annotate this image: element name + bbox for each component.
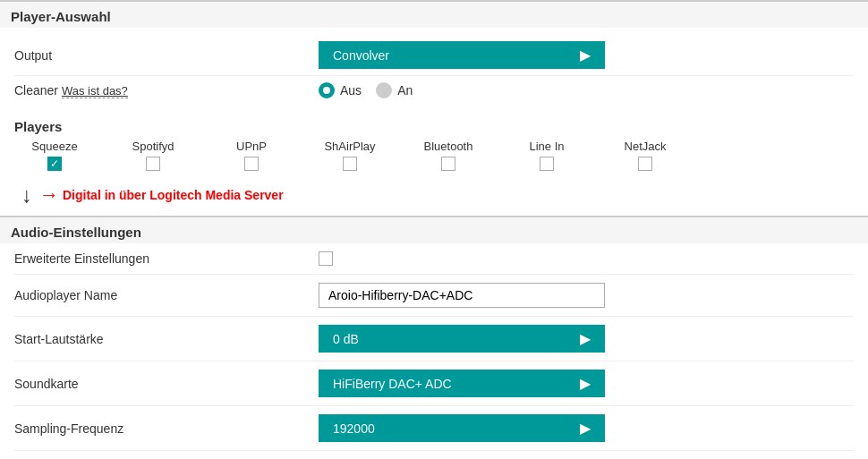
sampling-frequenz-arrow: ▶: [580, 420, 591, 437]
cleaner-aus-option[interactable]: Aus: [319, 82, 362, 98]
player-checkbox-upnp[interactable]: [244, 157, 259, 171]
sampling-frequenz-button[interactable]: 192000 ▶: [319, 414, 605, 442]
sampling-frequenz-value: 192000: [333, 421, 375, 436]
output-button[interactable]: Convolver ▶: [319, 41, 605, 69]
audioplayer-name-input[interactable]: [319, 283, 605, 308]
player-label-bluetooth: Bluetooth: [424, 140, 473, 153]
erweiterte-row: Erweiterte Einstellungen: [14, 243, 854, 275]
soundkarte-control: HiFiBerry DAC+ ADC ▶: [319, 370, 854, 397]
player-checkbox-linein[interactable]: [540, 157, 554, 171]
player-label-squeeze: Squeeze: [31, 140, 77, 153]
soundkarte-button[interactable]: HiFiBerry DAC+ ADC ▶: [319, 370, 605, 397]
cleaner-an-radio[interactable]: [376, 82, 392, 98]
cleaner-an-option[interactable]: An: [376, 82, 413, 98]
player-col-upnp: UPnP: [211, 140, 292, 171]
player-col-spotifyd: Spotifyd: [113, 140, 193, 171]
right-arrow-icon: →: [39, 183, 59, 207]
cleaner-link[interactable]: Was ist das?: [62, 84, 128, 98]
cleaner-control: Aus An: [319, 82, 854, 98]
player-checkbox-squeeze[interactable]: [47, 157, 62, 171]
player-col-linein: Line In: [506, 140, 587, 171]
output-arrow: ▶: [580, 47, 591, 64]
audioplayer-name-label: Audioplayer Name: [14, 288, 319, 302]
cleaner-label: Cleaner Was ist das?: [14, 83, 319, 98]
soundkarte-arrow: ▶: [580, 375, 591, 392]
annotation-row: ↓ → Digital in über Logitech Media Serve…: [0, 178, 868, 216]
player-label-netjack: NetJack: [625, 140, 667, 153]
annotation-text: Digital in über Logitech Media Server: [63, 188, 284, 202]
cleaner-aus-radio[interactable]: [319, 82, 335, 98]
erweiterte-label: Erweiterte Einstellungen: [14, 251, 319, 266]
output-row: Output Convolver ▶: [14, 35, 854, 76]
audioplayer-name-row: Audioplayer Name: [14, 275, 854, 317]
start-lautstarke-label: Start-Lautstärke: [14, 332, 319, 346]
cleaner-row: Cleaner Was ist das? Aus An: [14, 76, 854, 105]
output-control: Convolver ▶: [319, 41, 854, 69]
start-lautstarke-control: 0 dB ▶: [319, 325, 854, 353]
player-col-bluetooth: Bluetooth: [408, 140, 489, 171]
players-row: Squeeze Spotifyd UPnP ShAirPlay Bluetoot…: [0, 136, 868, 178]
player-checkbox-spotifyd[interactable]: [146, 157, 160, 171]
players-label: Players: [0, 112, 868, 136]
right-arrow-block: → Digital in über Logitech Media Server: [39, 183, 284, 207]
audio-settings-header: Audio-Einstellungen: [0, 216, 868, 243]
sampling-frequenz-row: Sampling-Frequenz 192000 ▶: [14, 406, 854, 451]
cleaner-an-label: An: [397, 83, 413, 98]
down-arrow-container: ↓: [21, 184, 32, 206]
soundkarte-label: Soundkarte: [14, 377, 319, 391]
player-checkbox-bluetooth[interactable]: [441, 157, 455, 171]
soundkarte-row: Soundkarte HiFiBerry DAC+ ADC ▶: [14, 361, 854, 406]
down-arrow-icon: ↓: [21, 184, 32, 206]
audioplayer-name-control: [319, 283, 854, 308]
player-label-shairplay: ShAirPlay: [324, 140, 375, 153]
start-lautstarke-arrow: ▶: [580, 330, 591, 347]
output-value: Convolver: [333, 48, 389, 63]
player-label-spotifyd: Spotifyd: [132, 140, 174, 153]
audio-settings-content: Erweiterte Einstellungen Audioplayer Nam…: [0, 243, 868, 451]
cleaner-toggle-group: Aus An: [319, 82, 413, 98]
player-selection-header: Player-Auswahl: [0, 0, 868, 28]
soundkarte-value: HiFiBerry DAC+ ADC: [333, 377, 452, 391]
player-col-shairplay: ShAirPlay: [310, 140, 390, 171]
player-checkbox-netjack[interactable]: [638, 157, 652, 171]
cleaner-aus-label: Aus: [340, 83, 362, 98]
output-label: Output: [14, 48, 319, 63]
erweiterte-checkbox[interactable]: [319, 251, 333, 266]
start-lautstarke-row: Start-Lautstärke 0 dB ▶: [14, 317, 854, 361]
sampling-frequenz-label: Sampling-Frequenz: [14, 421, 319, 436]
player-col-squeeze: Squeeze: [14, 140, 95, 171]
start-lautstarke-button[interactable]: 0 dB ▶: [319, 325, 605, 353]
player-label-upnp: UPnP: [236, 140, 267, 153]
player-col-netjack: NetJack: [605, 140, 685, 171]
player-checkbox-shairplay[interactable]: [343, 157, 357, 171]
start-lautstarke-value: 0 dB: [333, 332, 359, 346]
player-label-linein: Line In: [529, 140, 564, 153]
erweiterte-control: [319, 251, 854, 266]
sampling-frequenz-control: 192000 ▶: [319, 414, 854, 442]
